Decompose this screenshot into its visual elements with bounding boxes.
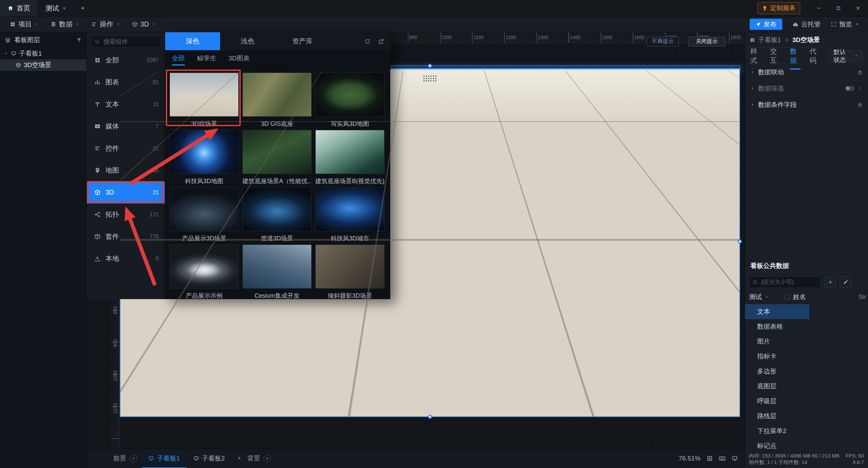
category-topology[interactable]: 拓扑 171 xyxy=(87,203,165,226)
category-charts[interactable]: 图表 81 xyxy=(87,71,165,93)
gallery-thumbnail[interactable] xyxy=(315,187,384,231)
gallery-thumbnail[interactable] xyxy=(242,245,312,289)
menu-project[interactable]: 项目 xyxy=(4,17,45,32)
gallery-item[interactable]: 建筑底座场景A（性能优... xyxy=(242,130,312,185)
list-item-image[interactable]: 图片 xyxy=(745,334,809,349)
subtab-whale-twin[interactable]: 鲸孪生 xyxy=(197,54,216,63)
breadcrumb-parent[interactable]: 子看板1 xyxy=(758,36,781,44)
category-kits[interactable]: 套件 770 xyxy=(87,226,165,248)
field-checkbox-group[interactable]: 姓名 xyxy=(785,293,806,301)
section-data-linkage[interactable]: 数据联动 xyxy=(745,64,868,80)
close-tip-button[interactable]: 关闭提示 xyxy=(688,37,725,46)
subtab-3d-charts[interactable]: 3D图表 xyxy=(229,54,250,63)
gallery-item[interactable]: 产品展示示例 xyxy=(170,245,239,300)
board-tab-1[interactable]: 子看板1 xyxy=(142,449,187,468)
resize-handle-bottom[interactable] xyxy=(428,415,432,419)
publish-button[interactable]: 发布 xyxy=(750,19,782,30)
gallery-thumbnail[interactable] xyxy=(242,187,312,231)
tab-asset-library[interactable]: 资产库 xyxy=(275,32,330,50)
tab-code[interactable]: 代码 xyxy=(810,47,820,65)
caret-down-icon[interactable] xyxy=(4,52,8,56)
screen-switch-icon[interactable] xyxy=(732,455,738,462)
drag-handle-dots[interactable] xyxy=(423,75,437,82)
category-3d[interactable]: 3D 21 xyxy=(87,181,165,203)
close-icon[interactable] xyxy=(62,6,66,11)
external-link-icon[interactable] xyxy=(378,38,384,44)
custom-service-badge[interactable]: 定制服务 xyxy=(757,2,800,14)
tab-home[interactable]: 首页 xyxy=(0,0,38,16)
fit-view-icon[interactable] xyxy=(707,455,713,462)
gallery-thumbnail[interactable] xyxy=(170,130,239,174)
filter-toggle[interactable] xyxy=(845,86,854,91)
tab-document[interactable]: 测试 xyxy=(38,0,74,16)
edit-data-button[interactable] xyxy=(840,276,851,288)
filter-icon[interactable] xyxy=(76,37,82,43)
resize-handle-top[interactable] xyxy=(428,64,432,68)
close-window-button[interactable] xyxy=(848,0,868,17)
gallery-item[interactable]: 3D GIS底座 xyxy=(242,73,312,128)
public-data-search-input[interactable] xyxy=(761,278,817,286)
gallery-item[interactable]: 管道3D场景 xyxy=(242,187,312,242)
tab-interaction[interactable]: 交互 xyxy=(770,47,781,65)
subtab-all[interactable]: 全部 xyxy=(172,54,185,63)
gallery-thumbnail[interactable] xyxy=(242,73,312,117)
category-text[interactable]: 文本 11 xyxy=(87,93,165,115)
category-widgets[interactable]: 控件 21 xyxy=(87,137,165,159)
more-icon[interactable] xyxy=(858,86,863,91)
list-item-table[interactable]: 数据表格 xyxy=(745,319,809,334)
menu-action[interactable]: 操作 xyxy=(85,17,126,32)
list-item-text[interactable]: 文本 xyxy=(745,304,809,319)
gallery-item[interactable]: 建筑底座场景B(视觉优先) xyxy=(315,130,384,185)
category-maps[interactable]: 地图 15 xyxy=(87,159,165,181)
gallery-thumbnail[interactable] xyxy=(242,130,312,174)
state-select[interactable]: 默认状态 xyxy=(829,51,863,61)
public-data-search-box[interactable] xyxy=(749,276,821,288)
tab-light-theme[interactable]: 浅色 xyxy=(220,32,275,50)
menu-3d[interactable]: 3D xyxy=(126,17,162,32)
category-all[interactable]: 全部 1097 xyxy=(87,49,165,71)
zoom-level[interactable]: 76.51% xyxy=(679,455,701,462)
gallery-thumbnail[interactable] xyxy=(170,245,239,289)
tab-data[interactable]: 数据 xyxy=(790,47,801,65)
maximize-button[interactable] xyxy=(829,0,848,17)
gallery-item[interactable]: Cesium集成开发 xyxy=(242,245,312,300)
board-tab-2[interactable]: 子看板2 xyxy=(187,449,232,468)
add-board-button[interactable] xyxy=(232,455,247,462)
gallery-thumbnail[interactable] xyxy=(315,73,384,117)
cloud-hosting-button[interactable]: 云托管 xyxy=(792,20,821,29)
field-checkbox[interactable] xyxy=(785,294,790,300)
gallery-thumbnail[interactable] xyxy=(170,187,239,231)
minimize-button[interactable] xyxy=(809,0,829,17)
list-item-basemap-layer[interactable]: 底图层 xyxy=(745,379,809,394)
tab-style[interactable]: 样式 xyxy=(750,47,761,65)
menu-data[interactable]: 数据 xyxy=(45,17,85,32)
add-background-button[interactable] xyxy=(263,455,271,462)
component-search-box[interactable] xyxy=(91,36,161,48)
section-data-filter[interactable]: 数据筛选 xyxy=(745,80,868,97)
preview-button[interactable]: 预览 xyxy=(831,20,859,29)
list-item-kpi-card[interactable]: 指标卡 xyxy=(745,349,809,364)
list-item-route-layer[interactable]: 路线层 xyxy=(745,409,809,424)
add-data-button[interactable] xyxy=(825,276,836,288)
add-foreground-button[interactable] xyxy=(130,455,137,462)
gallery-item[interactable]: 科技风3D城市 xyxy=(315,187,384,242)
category-local[interactable]: 本地 0 xyxy=(87,248,165,270)
gallery-item[interactable]: 科技风3D地图 xyxy=(170,130,239,185)
gallery-item[interactable]: 写实风3D地图 xyxy=(315,73,384,128)
category-media[interactable]: 媒体 7 xyxy=(87,115,165,137)
keyboard-shortcuts-icon[interactable] xyxy=(719,455,726,462)
list-item-breathing-layer[interactable]: 呼吸层 xyxy=(745,394,809,409)
gallery-item[interactable]: 产品展示3D场景 xyxy=(170,187,239,242)
data-source-select[interactable]: 测试 xyxy=(749,293,762,301)
gallery-thumbnail[interactable] xyxy=(315,130,384,174)
layer-tree-scene[interactable]: 3D空场景 xyxy=(0,59,86,71)
refresh-icon[interactable] xyxy=(364,38,371,44)
gallery-item[interactable]: 倾斜摄影3D场景 xyxy=(315,245,384,300)
gallery-thumbnail[interactable] xyxy=(315,245,384,289)
new-tab-button[interactable] xyxy=(74,0,91,16)
gallery-thumbnail[interactable] xyxy=(170,73,239,117)
list-item-dropdown2[interactable]: 下拉菜单2 xyxy=(745,424,809,438)
resize-handle-right[interactable] xyxy=(738,239,742,243)
component-search-input[interactable] xyxy=(103,38,157,46)
tab-dark-theme[interactable]: 深色 xyxy=(165,32,220,50)
